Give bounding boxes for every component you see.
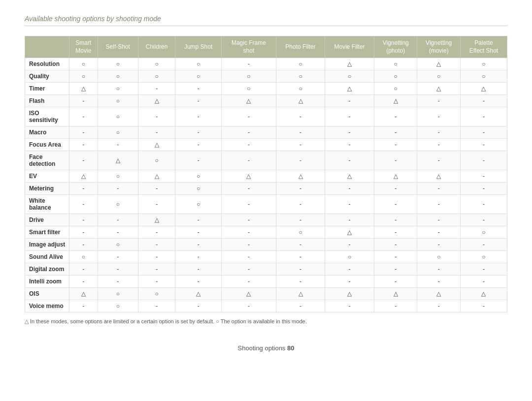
cell-0-9: ○: [460, 58, 507, 70]
cell-18-7: -: [374, 300, 417, 312]
cell-12-9: ○: [460, 226, 507, 239]
cell-6-1: -: [98, 139, 138, 151]
cell-5-2: -: [138, 126, 175, 139]
cell-12-5: ○: [276, 226, 325, 239]
cell-10-4: -: [221, 195, 276, 214]
cell-13-8: -: [417, 239, 460, 251]
cell-9-0: -: [69, 183, 98, 195]
cell-10-0: -: [69, 195, 98, 214]
cell-15-4: -: [221, 263, 276, 276]
row-label-14: Sound Alive: [25, 251, 69, 263]
row-label-4: ISO sensitivity: [25, 107, 69, 126]
cell-15-5: -: [276, 263, 325, 276]
shooting-options-table: SmartMovieSelf-ShotChildrenJump ShotMagi…: [25, 36, 507, 312]
table-row: Quality○○○○○○○○○○: [25, 70, 507, 83]
cell-6-6: -: [325, 139, 374, 151]
page-number: 80: [287, 344, 294, 352]
cell-13-4: -: [221, 239, 276, 251]
cell-8-2: △: [138, 170, 175, 183]
cell-16-4: -: [221, 276, 276, 288]
page-footer: Shooting options 80: [25, 344, 507, 352]
cell-5-8: -: [417, 126, 460, 139]
cell-2-0: △: [69, 83, 98, 95]
cell-10-7: -: [374, 195, 417, 214]
cell-17-7: △: [374, 288, 417, 300]
cell-18-1: ○: [98, 300, 138, 312]
table-row: Macro-○--------: [25, 126, 507, 139]
cell-11-1: -: [98, 214, 138, 226]
cell-4-3: -: [175, 107, 221, 126]
column-header-8: Vignetting(movie): [417, 36, 460, 58]
cell-15-8: -: [417, 263, 460, 276]
cell-16-7: -: [374, 276, 417, 288]
cell-11-2: △: [138, 214, 175, 226]
cell-10-3: ○: [175, 195, 221, 214]
cell-8-1: ○: [98, 170, 138, 183]
cell-3-1: ○: [98, 95, 138, 107]
cell-8-7: △: [374, 170, 417, 183]
cell-15-0: -: [69, 263, 98, 276]
cell-3-2: △: [138, 95, 175, 107]
cell-13-9: -: [460, 239, 507, 251]
cell-12-4: -: [221, 226, 276, 239]
cell-17-9: △: [460, 288, 507, 300]
cell-17-3: △: [175, 288, 221, 300]
cell-12-6: △: [325, 226, 374, 239]
table-row: Voice memo-○--------: [25, 300, 507, 312]
cell-18-0: -: [69, 300, 98, 312]
cell-13-6: -: [325, 239, 374, 251]
cell-5-3: -: [175, 126, 221, 139]
cell-3-3: -: [175, 95, 221, 107]
table-row: Focus Area--△-------: [25, 139, 507, 151]
row-label-16: Intelli zoom: [25, 276, 69, 288]
cell-10-9: -: [460, 195, 507, 214]
table-row: OIS△○○△△△△△△△: [25, 288, 507, 300]
cell-16-3: -: [175, 276, 221, 288]
cell-7-8: -: [417, 151, 460, 170]
cell-8-0: △: [69, 170, 98, 183]
cell-9-7: -: [374, 183, 417, 195]
cell-9-8: -: [417, 183, 460, 195]
cell-1-6: ○: [325, 70, 374, 83]
cell-7-6: -: [325, 151, 374, 170]
cell-17-1: ○: [98, 288, 138, 300]
cell-10-1: ○: [98, 195, 138, 214]
row-label-7: Face detection: [25, 151, 69, 170]
cell-1-1: ○: [98, 70, 138, 83]
cell-4-4: -: [221, 107, 276, 126]
cell-6-7: -: [374, 139, 417, 151]
cell-1-8: ○: [417, 70, 460, 83]
cell-4-1: ○: [98, 107, 138, 126]
table-row: Timer△○--○○△○△△: [25, 83, 507, 95]
column-header-2: Children: [138, 36, 175, 58]
row-label-13: Image adjust: [25, 239, 69, 251]
cell-5-1: ○: [98, 126, 138, 139]
cell-6-0: -: [69, 139, 98, 151]
cell-13-0: -: [69, 239, 98, 251]
cell-11-7: -: [374, 214, 417, 226]
cell-15-3: -: [175, 263, 221, 276]
cell-13-2: -: [138, 239, 175, 251]
cell-8-8: △: [417, 170, 460, 183]
row-label-17: OIS: [25, 288, 69, 300]
table-row: Sound Alive○-----○-○○: [25, 251, 507, 263]
cell-17-2: ○: [138, 288, 175, 300]
cell-10-2: -: [138, 195, 175, 214]
table-row: ISO sensitivity-○--------: [25, 107, 507, 126]
table-row: Resolution○○○○-○△○△○: [25, 58, 507, 70]
table-row: Image adjust-○--------: [25, 239, 507, 251]
cell-1-0: ○: [69, 70, 98, 83]
column-header-3: Jump Shot: [175, 36, 221, 58]
cell-16-0: -: [69, 276, 98, 288]
column-header-0: SmartMovie: [69, 36, 98, 58]
cell-1-5: ○: [276, 70, 325, 83]
cell-0-4: -: [221, 58, 276, 70]
cell-15-6: -: [325, 263, 374, 276]
cell-9-6: -: [325, 183, 374, 195]
cell-2-6: △: [325, 83, 374, 95]
cell-0-2: ○: [138, 58, 175, 70]
cell-1-2: ○: [138, 70, 175, 83]
cell-17-0: △: [69, 288, 98, 300]
cell-5-7: -: [374, 126, 417, 139]
cell-4-0: -: [69, 107, 98, 126]
